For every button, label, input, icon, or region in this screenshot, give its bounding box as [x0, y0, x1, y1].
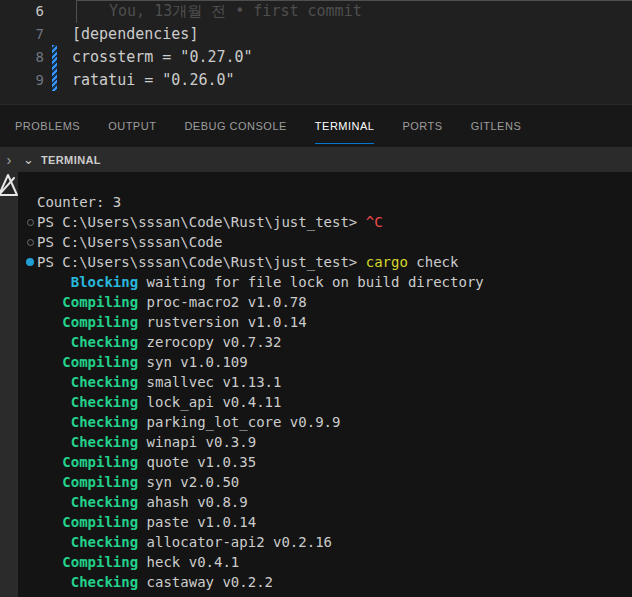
terminal-text: Compiling paste v1.0.14 [37, 514, 256, 530]
editor-viewport[interactable]: 6You, 13개월 전 • first commit7[dependencie… [0, 0, 632, 105]
terminal-text-segment: Checking [71, 374, 138, 390]
a-badge-icon [0, 173, 19, 197]
panel-tab-output[interactable]: OUTPUT [108, 105, 156, 147]
panel-tab-terminal[interactable]: TERMINAL [315, 105, 375, 147]
terminal-text-segment: Checking [71, 414, 138, 430]
code-text: ratatui = "0.26.0" [72, 71, 235, 89]
terminal-text: Checking castaway v0.2.2 [37, 574, 273, 590]
inline-blame-box: You, 13개월 전 • first commit [76, 0, 632, 23]
terminal-text-segment: Checking [71, 534, 138, 550]
terminal-text-segment: check [408, 254, 459, 270]
terminal-text-segment [37, 534, 71, 550]
terminal-text-segment [37, 354, 62, 370]
chevron-down-icon[interactable]: ⌄ [23, 155, 34, 165]
terminal-text-segment: zerocopy v0.7.32 [138, 334, 281, 350]
modified-line-indicator [52, 45, 57, 68]
panel-tab-gitlens[interactable]: GITLENS [471, 105, 522, 147]
terminal-line: Compiling quote v1.0.35 [18, 452, 632, 472]
terminal-text-segment: ^C [366, 214, 383, 230]
terminal-line: PS C:\Users\sssan\Code\Rust\just_test> ^… [18, 212, 632, 232]
terminal-viewport[interactable]: Counter: 3PS C:\Users\sssan\Code\Rust\ju… [18, 172, 632, 597]
panel-body: Counter: 3PS C:\Users\sssan\Code\Rust\ju… [0, 172, 632, 597]
terminal-text: Checking parking_lot_core v0.9.9 [37, 414, 340, 430]
modified-line-indicator [52, 68, 57, 91]
panel-tab-debug-console[interactable]: DEBUG CONSOLE [184, 105, 286, 147]
terminal-text: Compiling proc-macro2 v1.0.78 [37, 294, 307, 310]
terminal-text-segment: rustversion v1.0.14 [138, 314, 307, 330]
terminal-text-segment: syn v1.0.109 [138, 354, 248, 370]
editor-line-8[interactable]: 8crossterm = "0.27.0" [0, 45, 632, 68]
editor-line-7[interactable]: 7[dependencies] [0, 22, 632, 45]
terminal-text-segment: parking_lot_core v0.9.9 [138, 414, 340, 430]
terminal-text-segment: allocator-api2 v0.2.16 [138, 534, 332, 550]
terminal-text-segment [37, 494, 71, 510]
terminal-text-segment: Checking [71, 394, 138, 410]
terminal-text: Blocking waiting for file lock on build … [37, 274, 484, 290]
terminal-text-segment [37, 454, 62, 470]
terminal-text-segment: PS C:\Users\sssan\Code [37, 234, 222, 250]
terminal-text-segment: smallvec v1.13.1 [138, 374, 281, 390]
terminal-text: Compiling rustversion v1.0.14 [37, 314, 307, 330]
terminal-text-segment: proc-macro2 v1.0.78 [138, 294, 307, 310]
terminal-text: Checking zerocopy v0.7.32 [37, 334, 281, 350]
git-blame-annotation: You, 13개월 전 • first commit [109, 2, 362, 21]
terminal-text-segment: Checking [71, 574, 138, 590]
editor-line-6[interactable]: 6You, 13개월 전 • first commit [0, 0, 632, 22]
terminal-line: Checking allocator-api2 v0.2.16 [18, 532, 632, 552]
command-decoration-icon[interactable] [26, 258, 34, 266]
command-decoration-icon[interactable] [27, 239, 34, 246]
decoration-gutter [18, 239, 37, 246]
terminal-line: Checking smallvec v1.13.1 [18, 372, 632, 392]
code-text: crossterm = "0.27.0" [72, 48, 253, 66]
terminal-text-segment: winapi v0.3.9 [138, 434, 256, 450]
terminal-text-segment: Compiling [62, 314, 138, 330]
command-decoration-icon[interactable] [27, 219, 34, 226]
terminal-text: PS C:\Users\sssan\Code [37, 234, 222, 250]
panel-tabbar: PROBLEMSOUTPUTDEBUG CONSOLETERMINALPORTS… [0, 105, 632, 147]
terminal-text: Checking allocator-api2 v0.2.16 [37, 534, 332, 550]
terminal-text-segment: Compiling [62, 554, 138, 570]
vscode-window: 6You, 13개월 전 • first commit7[dependencie… [0, 0, 632, 597]
terminal-text-segment: quote v1.0.35 [138, 454, 256, 470]
panel-tab-ports[interactable]: PORTS [402, 105, 442, 147]
panel-tab-problems[interactable]: PROBLEMS [15, 105, 80, 147]
terminal-text-segment: syn v2.0.50 [138, 474, 239, 490]
terminal-text-segment: Compiling [62, 454, 138, 470]
terminal-line: Counter: 3 [18, 192, 632, 212]
terminal-text: Counter: 3 [37, 194, 121, 210]
terminal-text-segment: Checking [71, 434, 138, 450]
terminal-line: Blocking waiting for file lock on build … [18, 272, 632, 292]
terminal-line: Checking lock_api v0.4.11 [18, 392, 632, 412]
terminal-text: PS C:\Users\sssan\Code\Rust\just_test> c… [37, 254, 458, 270]
terminal-text-segment: Compiling [62, 294, 138, 310]
panel-left-strip [0, 172, 18, 597]
chevron-right-icon[interactable]: › [0, 152, 18, 167]
line-number: 9 [0, 72, 44, 88]
terminal-line: Checking winapi v0.3.9 [18, 432, 632, 452]
terminal-text: Checking lock_api v0.4.11 [37, 394, 281, 410]
terminal-section-title: TERMINAL [41, 154, 101, 166]
terminal-line: Compiling syn v2.0.50 [18, 472, 632, 492]
terminal-text: Compiling quote v1.0.35 [37, 454, 256, 470]
terminal-line: Checking ahash v0.8.9 [18, 492, 632, 512]
terminal-line: Checking castaway v0.2.2 [18, 572, 632, 592]
terminal-text-segment [37, 374, 71, 390]
line-number: 7 [0, 26, 44, 42]
terminal-text: Compiling heck v0.4.1 [37, 554, 239, 570]
gutter-spacer [52, 22, 57, 45]
terminal-text-segment [37, 414, 71, 430]
terminal-line: Compiling syn v1.0.109 [18, 352, 632, 372]
terminal-text-segment: cargo [366, 254, 408, 270]
terminal-text-segment: Checking [71, 494, 138, 510]
terminal-line: PS C:\Users\sssan\Code [18, 232, 632, 252]
terminal-text-segment: castaway v0.2.2 [138, 574, 273, 590]
terminal-text-segment [37, 294, 62, 310]
terminal-text-segment: Blocking [71, 274, 138, 290]
terminal-text: Checking winapi v0.3.9 [37, 434, 256, 450]
terminal-text-segment: Compiling [62, 354, 138, 370]
terminal-line: Compiling proc-macro2 v1.0.78 [18, 292, 632, 312]
editor-line-9[interactable]: 9ratatui = "0.26.0" [0, 68, 632, 91]
terminal-line: Compiling heck v0.4.1 [18, 552, 632, 572]
line-number: 8 [0, 49, 44, 65]
terminal-line: Compiling rustversion v1.0.14 [18, 312, 632, 332]
